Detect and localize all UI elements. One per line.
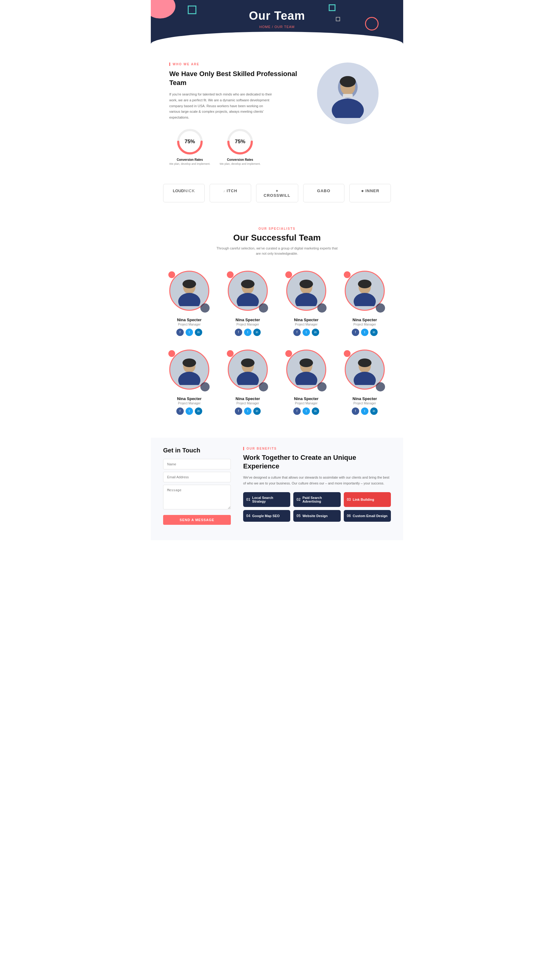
member-role-8: Project Manager <box>339 402 391 405</box>
benefit-num-5: 05 <box>296 514 300 518</box>
svg-point-23 <box>178 372 201 385</box>
twitter-icon[interactable]: t <box>361 407 368 415</box>
svg-point-32 <box>353 372 376 385</box>
twitter-icon[interactable]: t <box>244 407 252 415</box>
twitter-icon[interactable]: t <box>244 329 252 336</box>
benefits-title: Work Together to Create an Unique Experi… <box>243 453 391 471</box>
breadcrumb-current: OUR TEAM <box>275 25 295 29</box>
member-name-8: Nina Specter <box>339 396 391 401</box>
linkedin-icon[interactable]: in <box>253 329 261 336</box>
logo-pitch: ♪ ITCH <box>210 184 251 202</box>
logo-gabo: GABO <box>303 184 345 202</box>
member-socials-7: f t in <box>280 407 333 415</box>
member-socials-8: f t in <box>339 407 391 415</box>
team-section: OUR SPECIALISTS Our Successful Team Thro… <box>151 218 403 437</box>
linkedin-icon[interactable]: in <box>370 407 378 415</box>
team-heading: Our Successful Team <box>163 233 391 243</box>
twitter-icon[interactable]: t <box>186 407 193 415</box>
deco-navy-dot <box>376 303 385 313</box>
send-message-button[interactable]: SEND A MESSAGE <box>163 515 231 525</box>
twitter-icon[interactable]: t <box>302 329 310 336</box>
benefit-label-2: Paid Search Advertising <box>302 496 337 503</box>
deco-sm-square <box>336 17 340 21</box>
contact-email-input[interactable] <box>163 472 231 482</box>
svg-point-28 <box>299 359 313 367</box>
member-card-1: Nina Specter Project Manager f t in <box>163 268 215 339</box>
deco-pink-dot <box>227 271 234 278</box>
stat-2-desc: We plan, develop and implement. <box>220 162 260 165</box>
benefit-num-2: 02 <box>296 497 300 502</box>
linkedin-icon[interactable]: in <box>312 407 319 415</box>
facebook-icon[interactable]: f <box>293 329 301 336</box>
svg-point-10 <box>183 280 196 288</box>
facebook-icon[interactable]: f <box>176 329 184 336</box>
member-photo-wrap-1 <box>168 271 211 314</box>
deco-pink-dot <box>344 271 350 278</box>
member-name-7: Nina Specter <box>280 396 333 401</box>
contact-name-input[interactable] <box>163 459 231 469</box>
facebook-icon[interactable]: f <box>352 329 359 336</box>
member-photo-wrap-4 <box>343 271 386 314</box>
deco-navy-dot <box>317 382 326 391</box>
member-role-2: Project Manager <box>221 323 274 326</box>
header-wave <box>151 32 403 44</box>
twitter-icon[interactable]: t <box>302 407 310 415</box>
linkedin-icon[interactable]: in <box>253 407 261 415</box>
linkedin-icon[interactable]: in <box>370 329 378 336</box>
contact-title: Get in Touch <box>163 447 231 454</box>
deco-teal-rect <box>188 6 196 14</box>
facebook-icon[interactable]: f <box>235 329 242 336</box>
member-socials-1: f t in <box>163 329 215 336</box>
benefit-item-1[interactable]: 01 Local Search Strategy <box>243 492 290 507</box>
benefit-num-1: 01 <box>246 497 250 502</box>
member-role-7: Project Manager <box>280 402 333 405</box>
facebook-icon[interactable]: f <box>176 407 184 415</box>
facebook-icon[interactable]: f <box>235 407 242 415</box>
benefit-item-5[interactable]: 05 Website Design <box>293 510 341 522</box>
member-role-6: Project Manager <box>221 402 274 405</box>
member-name-3: Nina Specter <box>280 318 333 322</box>
svg-point-22 <box>183 359 196 367</box>
facebook-icon[interactable]: f <box>293 407 301 415</box>
breadcrumb-sep: / <box>272 25 275 29</box>
svg-point-20 <box>353 293 376 306</box>
stat-2-name: Conversion Rates <box>220 158 260 161</box>
member-photo-wrap-2 <box>226 271 269 314</box>
stat-1-value: 75% <box>185 139 195 145</box>
svg-point-17 <box>295 293 317 306</box>
member-card-8: Nina Specter Project Manager f t in <box>339 346 391 418</box>
linkedin-icon[interactable]: in <box>195 407 202 415</box>
contact-message-input[interactable] <box>163 485 231 509</box>
facebook-icon[interactable]: f <box>352 407 359 415</box>
who-section: WHO WE ARE We Have Only Best Skilled Pro… <box>151 44 403 178</box>
benefits-grid: 01 Local Search Strategy 02 Paid Search … <box>243 492 391 522</box>
benefit-label-1: Local Search Strategy <box>252 496 287 503</box>
benefit-item-2[interactable]: 02 Paid Search Advertising <box>293 492 341 507</box>
stat-1-name: Conversion Rates <box>169 158 210 161</box>
donut-2: 75% <box>226 128 254 156</box>
benefit-item-6[interactable]: 06 Custom Email Design <box>344 510 391 522</box>
benefit-label-6: Custom Email Design <box>353 514 387 518</box>
svg-point-14 <box>237 293 259 306</box>
breadcrumb-home[interactable]: HOME <box>259 25 271 29</box>
linkedin-icon[interactable]: in <box>312 329 319 336</box>
benefits-box: OUR BENEFITS Work Together to Create an … <box>243 447 391 525</box>
member-socials-6: f t in <box>221 407 274 415</box>
member-name-4: Nina Specter <box>339 318 391 322</box>
twitter-icon[interactable]: t <box>186 329 193 336</box>
member-socials-3: f t in <box>280 329 333 336</box>
stat-1-desc: We plan, develop and implement. <box>169 162 210 165</box>
deco-navy-dot <box>376 382 385 391</box>
svg-point-29 <box>295 372 317 385</box>
benefit-label-5: Website Design <box>302 514 328 518</box>
twitter-icon[interactable]: t <box>361 329 368 336</box>
benefit-item-4[interactable]: 04 Google Map SEO <box>243 510 290 522</box>
benefit-item-3[interactable]: 03 Link Building <box>344 492 391 507</box>
member-role-3: Project Manager <box>280 323 333 326</box>
member-name-6: Nina Specter <box>221 396 274 401</box>
deco-navy-dot <box>259 303 268 313</box>
benefit-label-4: Google Map SEO <box>252 514 279 518</box>
team-main-photo <box>317 62 379 124</box>
who-left: WHO WE ARE We Have Only Best Skilled Pro… <box>169 62 305 165</box>
linkedin-icon[interactable]: in <box>195 329 202 336</box>
